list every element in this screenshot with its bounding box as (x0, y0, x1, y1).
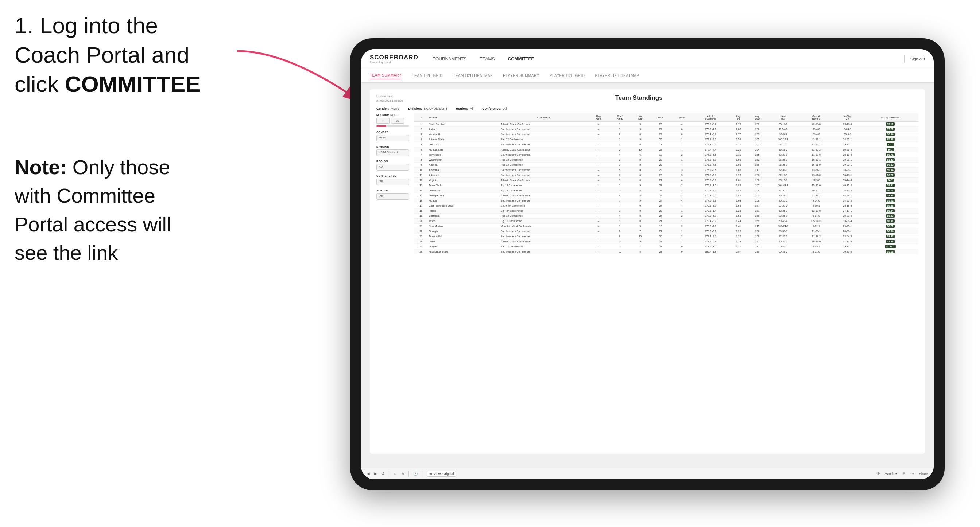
cell-22-4: 9 (609, 234, 630, 239)
cell-10-14: 60.71 (862, 173, 918, 178)
toolbar-dots-icon[interactable]: ⋯ (910, 471, 914, 476)
cell-24-14: 23-33-1 (862, 244, 918, 249)
cell-21-5: 7 (630, 229, 649, 234)
cell-17-4: 1 (609, 208, 630, 214)
cell-15-0: 16 (414, 198, 428, 203)
toolbar-expand-icon[interactable]: ⊞ (902, 471, 905, 476)
share-btn[interactable]: Share (919, 472, 928, 476)
cell-16-9: 1.55 (729, 203, 748, 208)
cell-5-13: 60-26-2 (833, 147, 862, 152)
cell-17-14: 68.34 (862, 208, 918, 214)
cell-25-0: 26 (414, 249, 428, 254)
cell-23-2: Atlantic Coast Conference (500, 239, 588, 244)
cell-13-4: 2 (609, 188, 630, 193)
max-val-box[interactable]: 30 (391, 118, 404, 124)
sidebar-school-label: School (376, 189, 409, 192)
col-no-tour: NoTour (630, 113, 649, 122)
cell-17-1: Illinois (428, 208, 500, 214)
toolbar-share-icon[interactable]: ⊕ (401, 471, 404, 476)
cell-19-13: 33-38-4 (833, 219, 862, 224)
cell-4-12: 12-14-1 (800, 142, 833, 147)
cell-22-5: 10 (630, 234, 649, 239)
watch-btn[interactable]: Watch ▾ (885, 472, 897, 476)
nav-tournaments[interactable]: TOURNAMENTS (433, 55, 466, 63)
cell-19-3: – (588, 219, 609, 224)
cell-19-5: 8 (630, 219, 649, 224)
cell-18-7: 2 (671, 214, 692, 219)
table-row: 26Mississippi StateSoutheastern Conferen… (414, 249, 918, 254)
toolbar-back-icon[interactable]: ◀ (367, 471, 370, 476)
conference-value: All (503, 107, 507, 110)
cell-1-7: 6 (671, 127, 692, 132)
cell-8-0: 9 (414, 162, 428, 168)
cell-6-6: 18 (650, 152, 671, 157)
toolbar-sep3 (422, 471, 422, 477)
subnav-player-h2h-heatmap[interactable]: PLAYER H2H HEATMAP (595, 72, 640, 79)
view-original-btn[interactable]: ⊞ View: Original (427, 471, 456, 477)
cell-21-10: 266 (748, 229, 767, 234)
view-label: View: Original (434, 472, 454, 476)
cell-18-9: 1.53 (729, 214, 748, 219)
eye-icon[interactable]: 👁 (877, 471, 880, 476)
table-row: 23Texas A&MSoutheastern Conference–91030… (414, 234, 918, 239)
cell-11-12: 17-9-0 (800, 178, 833, 183)
conference-select[interactable]: (All) (376, 179, 409, 185)
cell-12-9: 1.85 (729, 183, 748, 188)
cell-23-1: Duke (428, 239, 500, 244)
nav-teams[interactable]: TEAMS (480, 55, 495, 63)
cell-0-6: 23 (650, 122, 671, 127)
region-select[interactable]: N/A (376, 164, 409, 171)
sign-out-link[interactable]: Sign out (910, 57, 925, 61)
cell-12-7: 2 (671, 183, 692, 188)
cell-4-9: 2.37 (729, 142, 748, 147)
cell-11-9: 2.01 (729, 178, 748, 183)
cell-15-8: 277.5 -2.9 (692, 198, 729, 203)
cell-11-5: 8 (630, 178, 649, 183)
col-vs-top50: Vs Top 50 Points (862, 113, 918, 122)
cell-18-2: Pac-12 Conference (500, 214, 588, 219)
cell-7-1: Washington (428, 157, 500, 162)
table-row: 6Florida StateAtlantic Coast Conference–… (414, 147, 918, 152)
cell-22-3: – (588, 234, 609, 239)
subnav-team-h2h-heatmap[interactable]: TEAM H2H HEATMAP (453, 72, 493, 79)
cell-24-7: 0 (671, 244, 692, 249)
cell-5-12: 33-25-2 (800, 147, 833, 152)
cell-24-5: 7 (630, 244, 649, 249)
cell-4-5: 6 (630, 142, 649, 147)
cell-11-10: 268 (748, 178, 767, 183)
cell-25-5: 8 (630, 249, 649, 254)
nav-committee[interactable]: COMMITTEE (508, 55, 534, 63)
toolbar-forward-icon[interactable]: ▶ (374, 471, 377, 476)
division-filter: Division: NCAA Division I (408, 107, 447, 110)
toolbar-refresh-icon[interactable]: ↺ (382, 471, 384, 476)
cell-17-6: 23 (650, 208, 671, 214)
cell-14-12: 23-23-1 (800, 193, 833, 198)
subnav-team-summary[interactable]: TEAM SUMMARY (370, 72, 402, 79)
subnav-player-summary[interactable]: PLAYER SUMMARY (503, 72, 539, 79)
cell-10-4: 6 (609, 173, 630, 178)
min-val-box[interactable]: 4 (376, 118, 390, 124)
cell-17-13: 27-17-1 (833, 208, 862, 214)
division-select[interactable]: NCAA Division I (376, 149, 409, 156)
cell-23-10: 221 (748, 239, 767, 244)
cell-2-2: Southeastern Conference (500, 132, 588, 137)
note-label: Note: (14, 156, 67, 179)
subnav-player-h2h-grid[interactable]: PLAYER H2H GRID (550, 72, 585, 79)
slider-bar[interactable] (376, 125, 409, 127)
table-row: 2AuburnSoutheastern Conference–19276273.… (414, 127, 918, 132)
cell-2-7: 6 (671, 132, 692, 137)
subnav-team-h2h-grid[interactable]: TEAM H2H GRID (412, 72, 443, 79)
cell-23-3: – (588, 239, 609, 244)
toolbar-clock-icon[interactable]: 🕐 (413, 471, 418, 476)
cell-19-9: 1.44 (729, 219, 748, 224)
nav-links: TOURNAMENTS TEAMS COMMITTEE (433, 55, 904, 63)
gender-value: Men's (391, 107, 400, 110)
cell-5-1: Florida State (428, 147, 500, 152)
cell-12-0: 13 (414, 183, 428, 188)
table-row: 18IllinoisBig Ten Conference–18231279.1 … (414, 208, 918, 214)
toolbar-bookmark-icon[interactable]: ☆ (393, 471, 397, 476)
gender-select[interactable]: Men's (376, 135, 409, 141)
school-select[interactable]: (All) (376, 193, 409, 200)
cell-3-11: 100-17-1 (767, 137, 800, 142)
cell-25-9: 0.97 (729, 249, 748, 254)
